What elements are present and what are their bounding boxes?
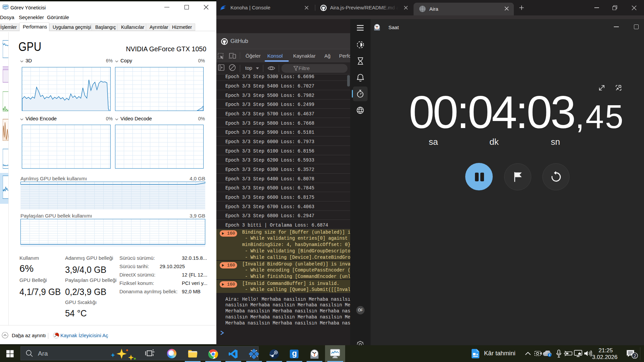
svg-text:2: 2 <box>634 353 636 358</box>
